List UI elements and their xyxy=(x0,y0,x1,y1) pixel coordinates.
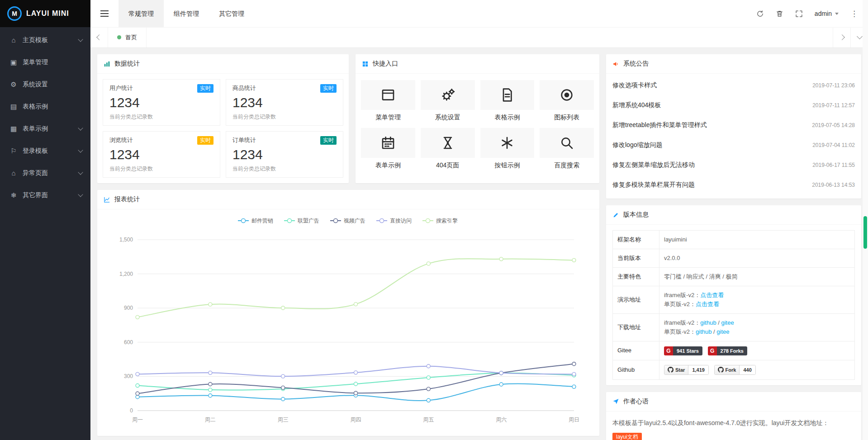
quick-tile-table-example[interactable]: 表格示例 xyxy=(480,80,535,122)
home-icon: ⌂ xyxy=(8,169,19,177)
sidebar-item-login-templates[interactable]: ⚐ 登录模板 xyxy=(0,140,90,162)
table-row-download: 下载地址 iframe版-v2：github / gitee 单页版-v2：gi… xyxy=(613,314,855,341)
tab-home-label: 首页 xyxy=(125,33,137,42)
sidebar-item-system-settings[interactable]: ⚙ 系统设置 xyxy=(0,73,90,95)
collapse-sidebar-button[interactable] xyxy=(90,0,119,27)
paper-plane-icon xyxy=(612,398,619,405)
header: 常规管理 组件管理 其它管理 admin ⋮ xyxy=(90,0,868,28)
gitee-forks-badge[interactable]: G 278 Forks xyxy=(708,346,747,355)
sidebar-item-error-pages[interactable]: ⌂ 异常页面 xyxy=(0,162,90,184)
stat-label: 订单统计 xyxy=(232,136,256,144)
svg-text:周一: 周一 xyxy=(132,416,143,423)
sidebar-item-form-example[interactable]: ▦ 表单示例 xyxy=(0,118,90,140)
table-row: 当前版本 v2.0.0 xyxy=(613,249,855,268)
report-statistics-card: 报表统计 03006009001,2001,500周一周二周三周四周五周六周日邮… xyxy=(97,190,599,436)
demo-spa-link[interactable]: 点击查看 xyxy=(696,301,719,308)
active-tab-dot-icon xyxy=(117,35,121,39)
tab-scroll-right-button[interactable] xyxy=(833,27,850,47)
tab-home[interactable]: 首页 xyxy=(108,27,147,47)
sidebar-item-menu-management[interactable]: ▣ 菜单管理 xyxy=(0,51,90,73)
card-title: 报表统计 xyxy=(114,195,140,203)
quick-tile-menu-management[interactable]: 菜单管理 xyxy=(361,80,415,122)
quick-tile-404-page[interactable]: 404页面 xyxy=(421,128,475,170)
demo-iframe-link[interactable]: 点击查看 xyxy=(700,292,724,298)
github-fork-badge[interactable]: Fork 440 xyxy=(714,365,756,375)
card-title: 系统公告 xyxy=(623,60,649,68)
svg-text:周日: 周日 xyxy=(569,416,579,423)
clear-cache-icon[interactable] xyxy=(776,10,783,18)
stat-value: 1234 xyxy=(232,95,337,111)
announcement-item[interactable]: 修复左侧菜单缩放后无法移动 2019-06-17 11:55 xyxy=(612,155,855,175)
table-row-gitee: Gitee G 941 Stars G 278 Forks xyxy=(613,341,855,360)
stat-box-views: 浏览统计 实时 1234 当前分类总记录数 xyxy=(103,131,220,178)
calendar-icon: ▦ xyxy=(8,125,19,133)
scrollbar-track[interactable] xyxy=(863,0,868,440)
file-text-icon xyxy=(500,88,514,102)
sidebar-item-other-pages[interactable]: ❄ 其它界面 xyxy=(0,184,90,206)
github-star-badge[interactable]: Star 1,419 xyxy=(664,365,709,375)
stat-label: 用户统计 xyxy=(109,84,133,92)
announcement-item[interactable]: 修复多模块菜单栏展开有问题 2019-06-13 14:53 xyxy=(612,175,855,195)
sidebar-item-table-example[interactable]: ▤ 表格示例 xyxy=(0,95,90,118)
stat-desc: 当前分类总记录数 xyxy=(109,113,213,121)
report-chart: 03006009001,2001,500周一周二周三周四周五周六周日邮件营销联盟… xyxy=(97,209,599,436)
card-header: 系统公告 xyxy=(606,54,861,74)
announcement-item[interactable]: 新增treetable插件和菜单管理样式 2019-07-05 14:28 xyxy=(612,115,855,135)
gears-icon: ⚙ xyxy=(8,80,19,89)
status-badge: 实时 xyxy=(320,136,337,145)
header-tab-components[interactable]: 组件管理 xyxy=(164,0,209,27)
sidebar-item-label: 表单示例 xyxy=(23,125,48,133)
layui-doc-badge[interactable]: layui文档 xyxy=(612,433,642,440)
svg-text:300: 300 xyxy=(124,373,133,379)
version-table-wrap: 框架名称 layuimini 当前版本 v2.0.0 主要特色 零门槛 / 响应… xyxy=(606,225,861,385)
author-words-card: 作者心语 本模板基于layui2.5.4以及font-awesome-4.7.0… xyxy=(606,392,861,440)
tab-scroll-left-button[interactable] xyxy=(90,27,108,47)
quick-tile-baidu-search[interactable]: 百度搜索 xyxy=(540,128,594,170)
card-header: 快捷入口 xyxy=(356,54,599,74)
stats-grid: 用户统计 实时 1234 当前分类总记录数 商品统计 实时 1234 xyxy=(97,74,349,183)
sidebar-item-home-templates[interactable]: ⌂ 主页模板 xyxy=(0,29,90,51)
gitee-stars-badge[interactable]: G 941 Stars xyxy=(664,346,702,355)
fullscreen-icon[interactable] xyxy=(795,10,803,18)
card-header: 数据统计 xyxy=(97,54,349,74)
pencil-icon xyxy=(612,212,619,218)
quick-tile-form-example[interactable]: 表单示例 xyxy=(361,128,415,170)
bar-chart-icon xyxy=(104,61,110,67)
download-github-link[interactable]: github xyxy=(696,328,711,335)
header-tab-other[interactable]: 其它管理 xyxy=(209,0,254,27)
line-chart: 03006009001,2001,500周一周二周三周四周五周六周日邮件营销联盟… xyxy=(104,212,592,434)
header-tab-general[interactable]: 常规管理 xyxy=(119,0,164,27)
status-badge: 实时 xyxy=(320,84,337,93)
download-github-link[interactable]: github xyxy=(700,319,716,326)
more-icon[interactable]: ⋮ xyxy=(850,10,858,18)
quick-tile-system-settings[interactable]: 系统设置 xyxy=(421,80,475,122)
grid-icon xyxy=(362,61,369,67)
announcement-item[interactable]: 修改选项卡样式 2019-07-11 23:06 xyxy=(612,76,855,95)
chevron-down-icon xyxy=(78,170,83,175)
card-header: 版本信息 xyxy=(606,205,861,225)
user-dropdown[interactable]: admin xyxy=(815,10,839,17)
stat-desc: 当前分类总记录数 xyxy=(109,165,213,173)
search-icon xyxy=(560,136,574,150)
table-row-github: Github Star 1,419 Fork 440 xyxy=(613,360,855,379)
sidebar-item-label: 表格示例 xyxy=(23,103,48,111)
refresh-icon[interactable] xyxy=(756,10,764,18)
snowflake-icon: ❄ xyxy=(8,191,19,199)
announcement-list: 修改选项卡样式 2019-07-11 23:06 新增系统404模板 2019-… xyxy=(606,74,861,199)
tabbar-spacer xyxy=(147,27,833,47)
asterisk-icon xyxy=(500,136,514,150)
quick-tile-icon-list[interactable]: 图标列表 xyxy=(540,80,594,122)
svg-text:周三: 周三 xyxy=(278,416,289,423)
announcement-item[interactable]: 修改logo缩放问题 2019-07-04 11:02 xyxy=(612,135,855,155)
header-actions: admin ⋮ xyxy=(756,10,868,18)
github-icon xyxy=(668,367,674,373)
scrollbar-thumb[interactable] xyxy=(863,216,867,249)
flag-icon: ⚐ xyxy=(8,147,19,155)
download-gitee-link[interactable]: gitee xyxy=(721,319,734,326)
quick-tile-button-example[interactable]: 按钮示例 xyxy=(480,128,535,170)
download-gitee-link[interactable]: gitee xyxy=(716,328,729,335)
sidebar-menu: ⌂ 主页模板 ▣ 菜单管理 ⚙ 系统设置 ▤ 表格示例 ▦ 表单示例 ⚐ 登录模… xyxy=(0,27,90,206)
stat-label: 商品统计 xyxy=(232,84,256,92)
logo-bar: M LAYUI MINI xyxy=(0,0,90,27)
announcement-item[interactable]: 新增系统404模板 2019-07-11 12:57 xyxy=(612,95,855,115)
